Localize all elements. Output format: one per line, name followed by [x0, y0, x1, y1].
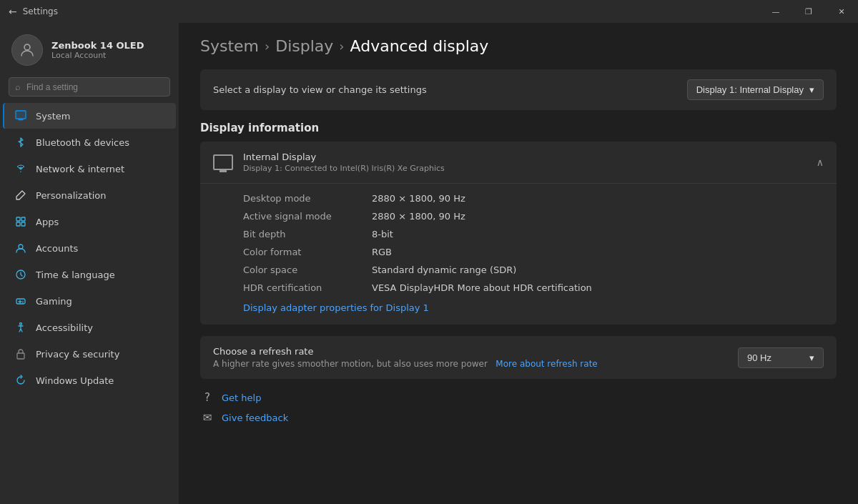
sidebar-item-label: Time & language	[36, 270, 115, 280]
svg-rect-8	[21, 222, 25, 226]
detail-row: Color format RGB	[243, 243, 824, 261]
search-input[interactable]	[26, 82, 164, 92]
search-icon: ⌕	[15, 81, 21, 92]
detail-val: 2880 × 1800, 90 Hz	[372, 193, 465, 204]
detail-row: Active signal mode 2880 × 1800, 90 Hz	[243, 207, 824, 225]
sidebar-item-personalization[interactable]: Personalization	[3, 182, 176, 208]
refresh-rate-card: Choose a refresh rate A higher rate give…	[200, 336, 837, 379]
privacy-icon	[14, 347, 27, 360]
personalization-icon	[14, 189, 27, 202]
breadcrumb-system[interactable]: System	[200, 37, 259, 55]
system-icon	[14, 109, 27, 122]
refresh-rate-title: Choose a refresh rate	[213, 346, 598, 357]
close-button[interactable]: ✕	[825, 0, 858, 23]
main-layout: Zenbook 14 OLED Local Account ⌕ System B…	[0, 23, 858, 504]
sidebar-item-label: Apps	[36, 217, 59, 227]
hdr-cert-link[interactable]: More about HDR certification	[458, 282, 592, 293]
refresh-rate-sub: A higher rate gives smoother motion, but…	[213, 359, 598, 369]
detail-row: Desktop mode 2880 × 1800, 90 Hz	[243, 189, 824, 207]
give-feedback-icon: ✉	[200, 410, 214, 425]
detail-val: VESA DisplayHDR More about HDR certifica…	[372, 282, 592, 293]
breadcrumb-sep-1: ›	[265, 39, 270, 54]
display-selector-chevron: ▾	[809, 84, 814, 95]
sidebar-item-label: Windows Update	[36, 375, 114, 386]
display-chevron: ∧	[817, 157, 824, 168]
sidebar-item-time[interactable]: Time & language	[3, 262, 176, 287]
display-selector-row: Select a display to view or change its s…	[200, 69, 837, 110]
svg-rect-6	[21, 217, 25, 221]
sidebar-item-update[interactable]: Windows Update	[3, 367, 176, 393]
refresh-rate-more-link[interactable]: More about refresh rate	[495, 359, 597, 369]
sidebar-item-label: System	[36, 111, 70, 122]
display-name-block: Internal Display Display 1: Connected to…	[243, 152, 445, 173]
adapter-properties-link[interactable]: Display adapter properties for Display 1	[243, 302, 429, 313]
content-area: System › Display › Advanced display Sele…	[179, 23, 858, 504]
network-icon	[14, 162, 27, 175]
bluetooth-icon	[14, 136, 27, 149]
avatar-icon	[19, 41, 36, 59]
display-name: Internal Display	[243, 152, 445, 162]
back-button[interactable]: ←	[9, 6, 17, 17]
detail-row: Bit depth 8-bit	[243, 225, 824, 243]
sidebar-item-bluetooth[interactable]: Bluetooth & devices	[3, 129, 176, 155]
detail-row: Color space Standard dynamic range (SDR)	[243, 261, 824, 279]
svg-point-16	[20, 323, 22, 325]
detail-val: 8-bit	[372, 229, 393, 239]
profile-sub: Local Account	[51, 51, 144, 60]
sidebar-item-privacy[interactable]: Privacy & security	[3, 341, 176, 367]
svg-rect-5	[16, 217, 20, 221]
nav-list: System Bluetooth & devices Network & int…	[0, 102, 179, 394]
profile-name: Zenbook 14 OLED	[51, 40, 144, 51]
monitor-icon	[213, 154, 233, 170]
svg-point-15	[22, 302, 24, 304]
sidebar-profile: Zenbook 14 OLED Local Account	[0, 23, 179, 74]
svg-rect-2	[16, 112, 25, 118]
window-controls: — ❐ ✕	[759, 0, 858, 23]
sidebar-item-network[interactable]: Network & internet	[3, 156, 176, 182]
display-details: Desktop mode 2880 × 1800, 90 Hz Active s…	[200, 183, 837, 325]
refresh-rate-dropdown[interactable]: 90 Hz ▾	[738, 347, 824, 368]
titlebar: ← Settings — ❐ ✕	[0, 0, 858, 23]
refresh-rate-value: 90 Hz	[747, 352, 771, 363]
detail-row: HDR certification VESA DisplayHDR More a…	[243, 279, 824, 297]
sidebar-item-label: Network & internet	[36, 164, 124, 174]
svg-rect-17	[17, 353, 24, 359]
display-header[interactable]: Internal Display Display 1: Connected to…	[200, 142, 837, 183]
sidebar-item-system[interactable]: System	[3, 103, 176, 129]
get-help-label: Get help	[222, 392, 261, 403]
detail-key: Active signal mode	[243, 211, 372, 222]
sidebar-item-label: Accessibility	[36, 322, 93, 333]
svg-point-0	[24, 44, 30, 50]
give-feedback-label: Give feedback	[222, 412, 288, 423]
update-icon	[14, 374, 27, 387]
sidebar-item-label: Accounts	[36, 243, 78, 254]
sidebar-item-accessibility[interactable]: Accessibility	[3, 315, 176, 340]
svg-point-9	[19, 244, 23, 249]
sidebar-item-accounts[interactable]: Accounts	[3, 235, 176, 261]
get-help-link[interactable]: ? Get help	[200, 390, 837, 405]
breadcrumb: System › Display › Advanced display	[200, 37, 837, 55]
get-help-icon: ?	[200, 390, 214, 405]
search-box[interactable]: ⌕	[9, 77, 170, 97]
display-info-title: Display information	[200, 122, 837, 134]
sidebar-item-label: Bluetooth & devices	[36, 137, 129, 148]
svg-point-14	[22, 301, 24, 302]
display-info-card: Internal Display Display 1: Connected to…	[200, 142, 837, 325]
titlebar-left: ← Settings	[9, 6, 58, 17]
accessibility-icon	[14, 321, 27, 334]
sidebar-item-apps[interactable]: Apps	[3, 209, 176, 234]
sidebar-item-gaming[interactable]: Gaming	[3, 288, 176, 314]
detail-val: RGB	[372, 247, 392, 257]
restore-button[interactable]: ❐	[792, 0, 825, 23]
detail-val: Standard dynamic range (SDR)	[372, 265, 516, 275]
detail-val: 2880 × 1800, 90 Hz	[372, 211, 465, 222]
accounts-icon	[14, 242, 27, 255]
minimize-button[interactable]: —	[759, 0, 792, 23]
gaming-icon	[14, 295, 27, 307]
titlebar-title: Settings	[23, 6, 58, 16]
give-feedback-link[interactable]: ✉ Give feedback	[200, 410, 837, 425]
breadcrumb-display[interactable]: Display	[275, 37, 333, 55]
time-icon	[14, 268, 27, 281]
refresh-rate-chevron: ▾	[809, 352, 814, 363]
display-selector-dropdown[interactable]: Display 1: Internal Display ▾	[687, 79, 824, 100]
